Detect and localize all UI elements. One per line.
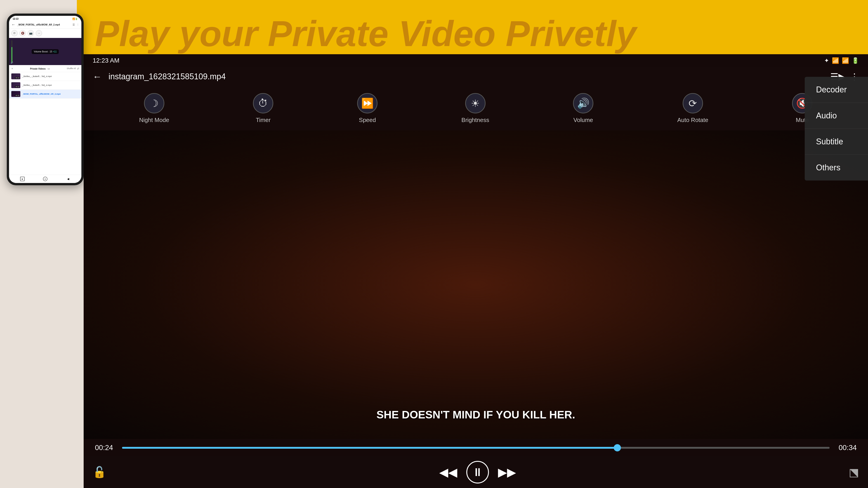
- progress-thumb[interactable]: [614, 444, 621, 451]
- duration-2: 00:53: [15, 94, 20, 96]
- resize-icon[interactable]: ⬔: [849, 466, 859, 479]
- list-item[interactable]: 03:10 _Skrillex_-_Butterfl....Tet)_4.mp4: [9, 81, 81, 90]
- next-button[interactable]: ▶▶: [498, 465, 516, 479]
- player-controls-row: ☽ Night Mode ⏱ Timer ⏩ Speed ☀ Brightnes…: [84, 86, 868, 130]
- thumb-1: 03:10: [11, 82, 20, 88]
- phone-navbar: ■ ● ◀: [9, 175, 81, 183]
- playback-bar: 00:24 00:34: [84, 439, 868, 456]
- phone-time: 12:13: [13, 18, 19, 20]
- phone-header: ← _WOW_PORTAL_uff5cWOW_AR_2.mp4 ☰ ⋮: [9, 21, 81, 29]
- phone-volume-bar-fill: [11, 47, 12, 63]
- duration-1: 03:10: [15, 86, 20, 88]
- pause-button[interactable]: ⏸: [466, 461, 489, 484]
- bluetooth-icon: ✦: [824, 57, 829, 64]
- timer-control[interactable]: ⏱ Timer: [253, 93, 273, 124]
- volume-boost-label: Volume Boost :: [34, 51, 49, 53]
- auto-rotate-control[interactable]: ⟳ Auto Rotate: [677, 93, 708, 124]
- timer-label: Timer: [256, 117, 271, 124]
- duration-0: 03:10: [15, 77, 20, 79]
- brightness-label: Brightness: [461, 117, 489, 124]
- playlist-items: 03:10 _Skrillex_-_Butterfl....Tet)_4.mp4…: [9, 72, 81, 98]
- phone-video-thumbnail: 🔊 Volume Boost : 15 +11: [9, 38, 81, 65]
- player-title-bar: ← instagram_1628321585109.mp4 ☰▶ ⋮: [84, 67, 868, 86]
- player-bottom-bar: 🔓 ◀◀ ⏸ ▶▶ ⬔: [84, 456, 868, 488]
- auto-rotate-icon[interactable]: ⟳: [683, 93, 703, 113]
- player-status-icons: ✦ 📶 📶 🔋: [824, 57, 859, 64]
- phone-playlist-header: ✕ Private Videos 58 Shuffle All ⇄: [9, 65, 81, 72]
- menu-item-subtitle[interactable]: Subtitle: [805, 129, 868, 155]
- phone-more-icon[interactable]: ⋮: [76, 23, 79, 26]
- playlist-label: Private Videos: [30, 68, 46, 70]
- phone-mute-btn[interactable]: 🔇: [20, 30, 26, 36]
- signal-icon-1: 📶: [832, 57, 839, 64]
- phone-forward-btn[interactable]: →: [36, 30, 42, 36]
- phone-home-btn[interactable]: ●: [43, 177, 48, 181]
- subtitle-display: SHE DOESN'T MIND IF YOU KILL HER.: [376, 409, 575, 421]
- phone-mockup: 12:13 📶🔋 ← _WOW_PORTAL_uff5cWOW_AR_2.mp4…: [7, 13, 84, 185]
- shuffle-icon[interactable]: ⇄: [77, 67, 79, 70]
- item-name-0: _Skrillex_-_Butterfl....Tet)_4.mp4: [22, 75, 79, 77]
- thumb-0: 03:10: [11, 73, 20, 79]
- menu-item-others[interactable]: Others: [805, 155, 868, 181]
- speed-icon[interactable]: ⏩: [357, 93, 377, 113]
- volume-boost-value: 15: [50, 51, 52, 53]
- thumb-2: 00:53: [11, 91, 20, 97]
- phone-screen-rotate-btn[interactable]: ⟳: [11, 30, 18, 36]
- phone-status-icons: 📶🔋: [72, 18, 78, 20]
- phone-header-title: _WOW_PORTAL_uff5cWOW_AR_2.mp4: [17, 24, 71, 26]
- phone-back-nav-btn[interactable]: ◀: [66, 177, 70, 181]
- speed-label: Speed: [359, 117, 376, 124]
- phone-controls-bar: ⟳ 🔇 📷 →: [9, 29, 81, 38]
- night-mode-label: Night Mode: [139, 117, 169, 124]
- list-item[interactable]: 00:53 _WOW_PORTAL_uff5cWOW_AR_2.mp4: [9, 90, 81, 98]
- list-item[interactable]: 03:10 _Skrillex_-_Butterfl....Tet)_4.mp4: [9, 72, 81, 81]
- phone-back-icon[interactable]: ←: [11, 22, 16, 27]
- player-back-button[interactable]: ←: [93, 72, 102, 82]
- volume-control[interactable]: 🔊 Volume: [573, 93, 593, 124]
- battery-icon: 🔋: [852, 57, 859, 64]
- playlist-count: 58: [48, 68, 50, 70]
- volume-label: Volume: [574, 117, 593, 124]
- playlist-actions: Shuffle All ⇄: [67, 67, 79, 70]
- dropdown-menu: Decoder Audio Subtitle Others: [805, 77, 868, 181]
- menu-item-decoder[interactable]: Decoder: [805, 77, 868, 103]
- video-background: [84, 130, 868, 439]
- auto-rotate-label: Auto Rotate: [677, 117, 708, 124]
- player-time: 12:23 AM: [93, 57, 119, 64]
- time-current: 00:24: [93, 444, 115, 452]
- player-filename: instagram_1628321585109.mp4: [108, 72, 824, 81]
- progress-track[interactable]: [122, 447, 830, 449]
- phone-volume-bar: [11, 40, 12, 63]
- brightness-control[interactable]: ☀ Brightness: [461, 93, 489, 124]
- volume-boost-popup: Volume Boost : 15 +11: [32, 49, 59, 54]
- speed-control[interactable]: ⏩ Speed: [357, 93, 377, 124]
- shuffle-label[interactable]: Shuffle All: [67, 67, 76, 70]
- menu-item-audio[interactable]: Audio: [805, 103, 868, 129]
- phone-playlist-icon[interactable]: ☰: [72, 23, 75, 26]
- timer-icon[interactable]: ⏱: [253, 93, 273, 113]
- phone-stop-btn[interactable]: ■: [20, 177, 25, 181]
- night-mode-control[interactable]: ☽ Night Mode: [139, 93, 169, 124]
- banner-title: Play your Private Video Privetly: [95, 14, 850, 54]
- lock-icon[interactable]: 🔓: [93, 466, 106, 479]
- item-name-1: _Skrillex_-_Butterfl....Tet)_4.mp4: [22, 84, 79, 86]
- phone-status-bar: 12:13 📶🔋: [9, 16, 81, 21]
- phone-camera-btn[interactable]: 📷: [28, 30, 34, 36]
- phone-volume-icon: 🔊: [11, 61, 13, 64]
- playback-center-controls: ◀◀ ⏸ ▶▶: [439, 461, 516, 484]
- brightness-icon[interactable]: ☀: [465, 93, 486, 113]
- phone-close-icon[interactable]: ✕: [11, 67, 13, 70]
- signal-icon-2: 📶: [842, 57, 849, 64]
- previous-button[interactable]: ◀◀: [439, 465, 457, 479]
- progress-fill: [122, 447, 617, 449]
- night-mode-icon[interactable]: ☽: [144, 93, 164, 113]
- item-name-2: _WOW_PORTAL_uff5cWOW_AR_2.mp4: [22, 93, 79, 95]
- video-player: 12:23 AM ✦ 📶 📶 🔋 ← instagram_16283215851…: [84, 54, 868, 488]
- time-total: 00:34: [836, 444, 859, 452]
- video-area: SHE DOESN'T MIND IF YOU KILL HER.: [84, 130, 868, 439]
- player-status-bar: 12:23 AM ✦ 📶 📶 🔋: [84, 54, 868, 67]
- volume-icon[interactable]: 🔊: [573, 93, 593, 113]
- volume-boost-plus: +11: [53, 51, 57, 53]
